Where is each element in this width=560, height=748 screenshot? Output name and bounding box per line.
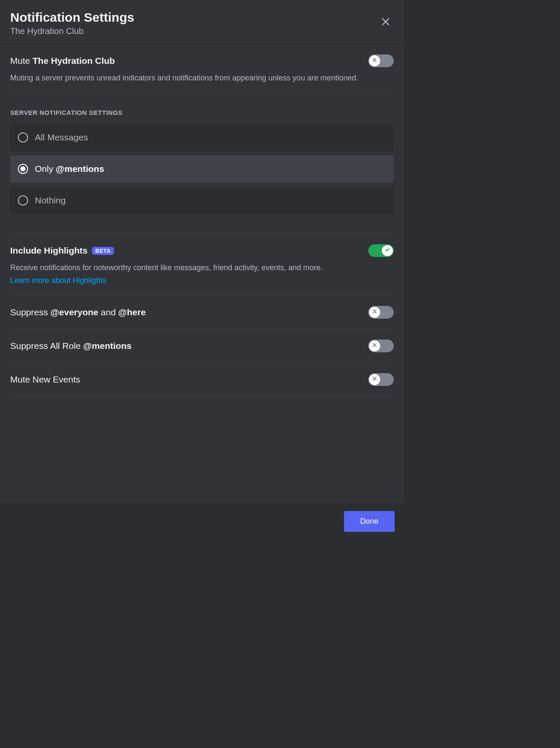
modal-content: Mute The Hydration Club Muting a server … [0,44,404,503]
toggle-knob [369,307,380,318]
radio-icon [18,164,28,174]
modal-title: Notification Settings [10,10,134,25]
modal-header: Notification Settings The Hydration Club [0,0,404,44]
radio-label: Nothing [35,195,65,206]
suppress-roles-toggle[interactable] [368,340,394,352]
header-text: Notification Settings The Hydration Club [10,10,134,36]
learn-more-highlights-link[interactable]: Learn more about Highlights [10,276,106,285]
mute-server-label: Mute The Hydration Club [10,56,115,66]
suppress-everyone-toggle[interactable] [368,306,394,319]
modal-subtitle: The Hydration Club [10,26,134,36]
mute-new-events-label: Mute New Events [10,374,80,385]
highlights-label: Include Highlights [10,246,88,256]
radio-option-all-messages[interactable]: All Messages [10,124,394,151]
radio-option-nothing[interactable]: Nothing [10,187,394,214]
include-highlights-toggle[interactable] [368,244,394,257]
radio-container: All Messages Only @mentions Nothing [10,124,394,234]
done-button[interactable]: Done [344,511,395,532]
x-icon [372,308,378,316]
toggle-knob [369,340,380,351]
suppress-roles-label: Suppress All Role @mentions [10,341,131,351]
include-highlights-section: Include Highlights BETA Receive notifica… [10,234,394,296]
mute-new-events-toggle[interactable] [368,373,394,386]
mute-label-server-name: The Hydration Club [33,56,115,66]
toggle-knob [382,245,393,256]
server-notification-settings-section: SERVER NOTIFICATION SETTINGS All Message… [10,109,394,234]
notification-settings-modal: Notification Settings The Hydration Club… [0,0,404,540]
mute-new-events-row: Mute New Events [10,373,394,386]
mute-server-row: Mute The Hydration Club [10,54,394,67]
radio-label: All Messages [35,132,88,143]
mute-server-description: Muting a server prevents unread indicato… [10,72,394,84]
suppress-everyone-row: Suppress @everyone and @here [10,306,394,319]
toggle-knob [369,374,380,385]
close-icon [380,22,391,29]
check-icon [384,247,390,254]
mute-new-events-section: Mute New Events [10,363,394,397]
include-highlights-row: Include Highlights BETA [10,244,394,257]
radio-icon [18,132,28,143]
beta-badge: BETA [92,247,114,255]
mute-server-section: Mute The Hydration Club Muting a server … [10,44,394,94]
close-button[interactable] [378,14,394,31]
radio-icon [18,195,28,206]
x-icon [372,342,378,350]
toggle-knob [369,55,380,66]
suppress-roles-row: Suppress All Role @mentions [10,340,394,352]
x-icon [372,376,378,383]
suppress-everyone-label: Suppress @everyone and @here [10,307,146,317]
include-highlights-title: Include Highlights BETA [10,246,114,256]
highlights-description: Receive notifications for noteworthy con… [10,262,394,274]
notification-level-radio-group: All Messages Only @mentions Nothing [10,124,394,214]
radio-label: Only @mentions [35,164,104,174]
modal-footer: Done [0,503,404,540]
radio-option-only-mentions[interactable]: Only @mentions [10,155,394,183]
x-icon [372,57,378,65]
section-heading: SERVER NOTIFICATION SETTINGS [10,109,394,116]
mute-label-prefix: Mute [10,56,33,66]
mute-server-toggle[interactable] [368,54,394,67]
suppress-roles-section: Suppress All Role @mentions [10,329,394,363]
suppress-everyone-section: Suppress @everyone and @here [10,296,394,329]
